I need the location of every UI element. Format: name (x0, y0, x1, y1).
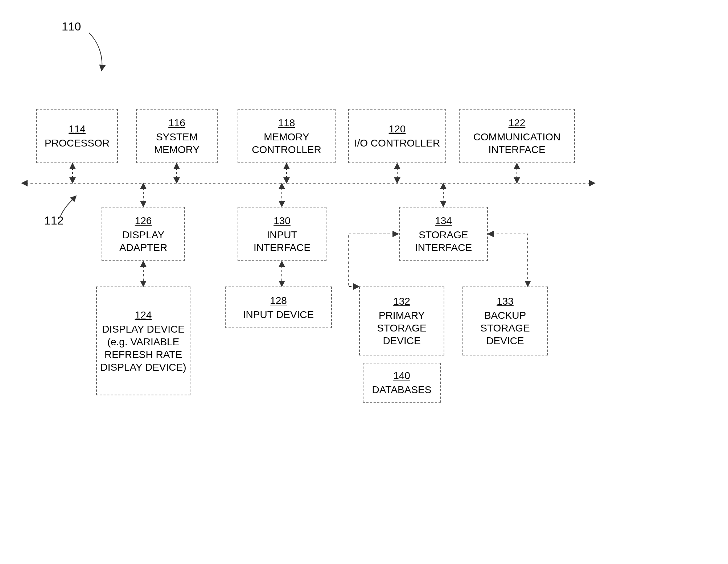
block-system-memory: 116 SYSTEM MEMORY (136, 109, 218, 163)
connections-overlay (0, 0, 728, 564)
block-storage-interface: 134 STORAGE INTERFACE (399, 207, 488, 261)
figure-number-label: 110 (62, 20, 81, 33)
block-number: 116 (168, 116, 185, 129)
block-label: DISPLAY DEVICE (e.g. VARIABLE REFRESH RA… (100, 323, 187, 374)
block-label: MEMORY CONTROLLER (241, 131, 332, 156)
block-primary-storage: 132 PRIMARY STORAGE DEVICE (359, 287, 444, 355)
block-label: SYSTEM MEMORY (140, 131, 214, 156)
block-number: 122 (509, 116, 526, 129)
block-databases: 140 DATABASES (363, 363, 441, 403)
block-number: 134 (435, 214, 452, 227)
block-input-interface: 130 INPUT INTERFACE (238, 207, 326, 261)
block-number: 133 (497, 295, 514, 308)
block-number: 126 (135, 214, 152, 227)
block-label: BACKUP STORAGE DEVICE (466, 309, 544, 347)
block-display-device: 124 DISPLAY DEVICE (e.g. VARIABLE REFRES… (96, 287, 190, 395)
block-display-adapter: 126 DISPLAY ADAPTER (102, 207, 185, 261)
block-io-controller: 120 I/O CONTROLLER (348, 109, 446, 163)
block-label: DATABASES (372, 383, 432, 396)
block-label: I/O CONTROLLER (354, 137, 440, 149)
block-number: 130 (273, 214, 291, 227)
block-label: STORAGE INTERFACE (403, 229, 484, 254)
block-label: PROCESSOR (45, 137, 110, 149)
block-label: INPUT DEVICE (243, 308, 314, 321)
block-processor: 114 PROCESSOR (36, 109, 118, 163)
block-input-device: 128 INPUT DEVICE (225, 287, 332, 328)
block-communication-interface: 122 COMMUNICATION INTERFACE (459, 109, 575, 163)
block-backup-storage: 133 BACKUP STORAGE DEVICE (462, 287, 548, 355)
block-number: 128 (270, 294, 287, 307)
block-number: 124 (135, 309, 152, 321)
block-label: INPUT INTERFACE (241, 229, 323, 254)
block-number: 114 (69, 123, 86, 135)
block-number: 140 (393, 369, 410, 382)
block-number: 120 (389, 123, 406, 135)
block-number: 132 (393, 295, 410, 308)
block-label: COMMUNICATION INTERFACE (462, 131, 571, 156)
block-label: DISPLAY ADAPTER (105, 229, 181, 254)
bus-number-label: 112 (44, 214, 63, 227)
block-number: 118 (278, 116, 295, 129)
block-label: PRIMARY STORAGE DEVICE (363, 309, 441, 347)
block-memory-controller: 118 MEMORY CONTROLLER (238, 109, 336, 163)
